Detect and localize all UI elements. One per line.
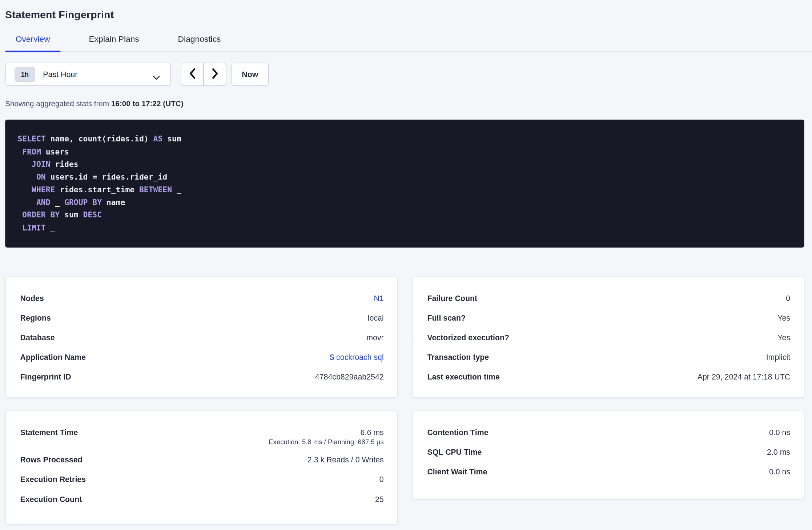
card-row: Execution Count25 xyxy=(20,489,384,509)
sql-text: sum xyxy=(60,210,83,220)
sql-text: _ xyxy=(46,223,55,232)
card-row: Fingerprint ID4784cb829aab2542 xyxy=(20,367,384,386)
sql-keyword: BETWEEN xyxy=(139,185,172,194)
next-interval-button[interactable] xyxy=(204,63,226,86)
tab-diagnostics[interactable]: Diagnostics xyxy=(168,35,231,51)
row-value: 6.6 ms xyxy=(361,427,384,436)
card-row: NodesN1 xyxy=(20,288,384,308)
row-value-link[interactable]: $ cockroach sql xyxy=(330,353,383,361)
card-row: Databasemovr xyxy=(20,327,384,347)
row-label: Full scan? xyxy=(427,313,466,322)
sql-keyword: FROM xyxy=(22,147,41,156)
row-label: SQL CPU Time xyxy=(427,447,482,456)
card-row: Client Wait Time0.0 ns xyxy=(427,461,790,481)
sql-text xyxy=(17,223,22,232)
row-value: 0 xyxy=(379,475,384,483)
sql-text xyxy=(17,172,36,182)
sql-keyword: GROUP BY xyxy=(64,198,102,207)
card-row: Rows Processed2.3 k Reads / 0 Writes xyxy=(20,450,384,469)
sql-keyword: AND xyxy=(36,198,51,207)
sql-statement-text: SELECT name, count(rides.id) AS sum FROM… xyxy=(17,133,792,234)
time-interval-dropdown[interactable]: 1h Past Hour xyxy=(5,63,171,86)
sql-text: rides.start_time xyxy=(55,185,139,194)
sql-text: name, count(rides.id) xyxy=(46,134,153,144)
chevron-left-icon xyxy=(189,68,196,81)
row-label: Rows Processed xyxy=(20,455,83,464)
previous-interval-button[interactable] xyxy=(181,63,204,86)
tab-overview[interactable]: Overview xyxy=(5,35,60,51)
note-range: 16:00 to 17:22 (UTC) xyxy=(111,100,184,108)
sql-keyword: AS xyxy=(153,134,163,144)
note-prefix: Showing aggregated stats from xyxy=(5,100,111,108)
card-row: Last execution timeApr 29, 2024 at 17:18… xyxy=(427,367,790,386)
row-label: Client Wait Time xyxy=(427,467,487,475)
card-row: Contention Time0.0 ns xyxy=(427,422,790,442)
sql-keyword: WHERE xyxy=(32,185,55,194)
time-toolbar: 1h Past Hour Now xyxy=(5,63,804,86)
interval-badge: 1h xyxy=(15,67,35,82)
statement-details-card: NodesN1RegionslocalDatabasemovrApplicati… xyxy=(5,277,398,398)
sql-keyword: SELECT xyxy=(17,134,45,144)
row-value: 2.3 k Reads / 0 Writes xyxy=(307,455,384,464)
row-label: Contention Time xyxy=(427,427,488,436)
sql-text: users.id = rides.rider_id xyxy=(46,172,168,182)
sql-keyword: LIMIT xyxy=(22,223,45,232)
row-label: Database xyxy=(20,333,55,341)
row-value: Yes xyxy=(777,313,790,322)
card-row: Regionslocal xyxy=(20,308,384,327)
sql-text xyxy=(17,185,32,194)
sql-text: sum xyxy=(162,134,181,144)
card-row: Application Name$ cockroach sql xyxy=(20,347,384,367)
tab-bar: Overview Explain Plans Diagnostics xyxy=(5,35,812,52)
row-label: Execution Retries xyxy=(20,475,86,483)
card-row: Vectorized execution?Yes xyxy=(427,327,790,347)
sql-text xyxy=(17,198,36,207)
row-value: movr xyxy=(366,333,384,341)
row-value: local xyxy=(368,313,384,322)
row-value: 2.0 ms xyxy=(767,447,790,456)
card-row: Full scan?Yes xyxy=(427,308,790,327)
row-value: Yes xyxy=(777,333,790,341)
sql-text xyxy=(17,210,22,220)
sql-text: _ xyxy=(172,185,181,194)
row-label: Last execution time xyxy=(427,372,500,381)
row-label: Statement Time xyxy=(20,427,78,436)
sql-statement-box: SELECT name, count(rides.id) AS sum FROM… xyxy=(5,120,804,248)
card-row: Failure Count0 xyxy=(427,288,790,308)
sql-text: rides xyxy=(51,160,79,169)
sql-text xyxy=(17,160,32,169)
summary-cards: NodesN1RegionslocalDatabasemovrApplicati… xyxy=(5,277,804,525)
row-subvalue: Execution: 5.8 ms / Planning: 687.5 µs xyxy=(20,438,384,449)
row-value-link[interactable]: N1 xyxy=(374,293,383,302)
sql-text: _ xyxy=(51,198,65,207)
row-label: Transaction type xyxy=(427,353,489,361)
row-label: Execution Count xyxy=(20,494,82,503)
row-value: 0.0 ns xyxy=(769,427,790,436)
aggregated-stats-note: Showing aggregated stats from 16:00 to 1… xyxy=(5,100,804,108)
sql-text: name xyxy=(102,198,125,207)
row-value: 25 xyxy=(375,494,384,503)
execution-attributes-card: Failure Count0Full scan?YesVectorized ex… xyxy=(412,277,804,398)
sql-keyword: ORDER BY xyxy=(22,210,60,220)
row-label: Fingerprint ID xyxy=(20,372,71,381)
row-label: Vectorized execution? xyxy=(427,333,509,341)
statement-timings-card: Statement Time6.6 msExecution: 5.8 ms / … xyxy=(5,411,398,525)
sql-text xyxy=(17,147,22,156)
sql-keyword: DESC xyxy=(83,210,102,220)
now-button[interactable]: Now xyxy=(232,63,269,86)
row-label: Regions xyxy=(20,313,51,322)
sql-keyword: JOIN xyxy=(32,160,50,169)
card-row: SQL CPU Time2.0 ms xyxy=(427,442,790,461)
sql-keyword: ON xyxy=(36,172,46,182)
row-value: Apr 29, 2024 at 17:18 UTC xyxy=(698,372,790,381)
row-value: 4784cb829aab2542 xyxy=(315,372,384,381)
row-label: Failure Count xyxy=(427,293,477,302)
time-nav-group xyxy=(181,63,226,86)
chevron-right-icon xyxy=(212,68,218,81)
tab-explain-plans[interactable]: Explain Plans xyxy=(79,35,149,51)
chevron-down-icon xyxy=(153,73,160,83)
statement-fingerprint-page: Statement Fingerprint Overview Explain P… xyxy=(0,0,812,525)
row-label: Application Name xyxy=(20,353,86,361)
sql-text: users xyxy=(41,147,69,156)
row-value: 0 xyxy=(786,293,790,302)
